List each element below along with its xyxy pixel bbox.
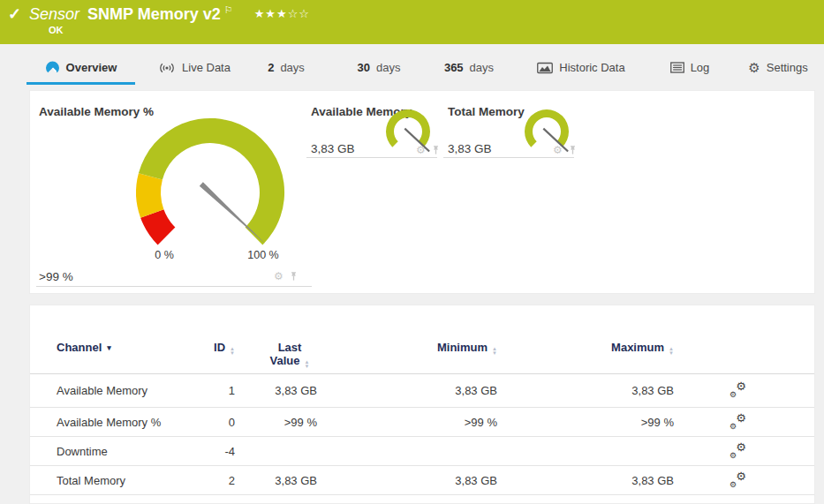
cell-channel[interactable]: Downtime xyxy=(57,445,207,458)
sensor-title: Sensor SNMP Memory v2 ⚐ ★★★☆☆ xyxy=(29,5,310,24)
tab-label: Settings xyxy=(767,61,808,74)
gauge-settings-icon[interactable]: ⚙ xyxy=(416,145,426,155)
tab-label: days xyxy=(376,61,400,74)
small-gauge-value: 3,83 GB xyxy=(311,142,355,155)
header-channel[interactable]: Channel▾ xyxy=(57,341,207,354)
tab-day-count: 2 xyxy=(268,61,274,74)
cell-minimum: >99 % xyxy=(317,416,497,429)
tab-label: Live Data xyxy=(182,61,231,74)
primary-gauge-title: Available Memory % xyxy=(39,105,154,118)
gauge-cell-actions: ⚙ xyxy=(274,271,299,282)
cell-maximum: 3,83 GB xyxy=(497,474,674,487)
header-id[interactable]: ID▲▼ xyxy=(207,341,235,356)
tab-label: days xyxy=(470,61,494,74)
header-minimum[interactable]: Minimum▲▼ xyxy=(317,341,497,356)
pin-icon[interactable] xyxy=(568,145,578,155)
tab-365-days[interactable]: 365 days xyxy=(431,53,507,82)
tab-day-count: 365 xyxy=(444,61,464,74)
tab-log[interactable]: Log xyxy=(662,53,717,82)
pin-icon[interactable] xyxy=(289,271,299,282)
historic-chart-icon xyxy=(537,62,553,74)
channel-settings-icon[interactable]: ⚙⚙ xyxy=(729,383,748,398)
sort-icon[interactable]: ▲▼ xyxy=(305,360,310,369)
small-gauge-value: 3,83 GB xyxy=(448,142,492,155)
header-maximum[interactable]: Maximum▲▼ xyxy=(497,341,674,356)
status-badge: OK xyxy=(49,25,64,35)
cell-last-value: >99 % xyxy=(235,416,317,429)
sensor-status-banner: ✓ Sensor SNMP Memory v2 ⚐ ★★★☆☆ OK xyxy=(0,0,824,44)
cell-divider xyxy=(36,286,312,287)
pin-icon[interactable] xyxy=(431,145,441,155)
cell-minimum: 3,83 GB xyxy=(317,384,497,397)
gauge-settings-icon[interactable]: ⚙ xyxy=(553,145,563,155)
stars-empty: ☆☆ xyxy=(288,7,310,20)
table-row[interactable]: Available Memory % 0 >99 % >99 % >99 % ⚙… xyxy=(30,408,814,437)
cell-minimum: 3,83 GB xyxy=(317,474,497,487)
channel-settings-icon[interactable]: ⚙⚙ xyxy=(729,444,748,459)
tab-label: Overview xyxy=(66,61,117,74)
tab-settings[interactable]: ⚙ Settings xyxy=(744,53,813,82)
channel-table-panel: Channel▾ ID▲▼ Last Value▲▼ Minimum▲▼ Max… xyxy=(29,305,815,504)
live-data-icon xyxy=(158,62,176,74)
cell-id: 2 xyxy=(207,474,235,487)
flag-icon[interactable]: ⚐ xyxy=(224,4,233,16)
tab-label: days xyxy=(280,61,304,74)
tab-historic-data[interactable]: Historic Data xyxy=(532,53,631,82)
status-ok-check-icon: ✓ xyxy=(8,4,21,24)
gauge-icon xyxy=(45,61,60,75)
stars-filled: ★★★ xyxy=(254,7,288,20)
tab-30-days[interactable]: 30 days xyxy=(344,53,413,82)
sort-icon[interactable]: ▲▼ xyxy=(669,347,674,356)
sort-desc-icon: ▾ xyxy=(107,343,111,352)
tab-live-data[interactable]: Live Data xyxy=(152,53,237,82)
cell-last-value: 3,83 GB xyxy=(235,474,317,487)
primary-gauge-value: >99 % xyxy=(39,270,73,283)
channel-table-header: Channel▾ ID▲▼ Last Value▲▼ Minimum▲▼ Max… xyxy=(30,305,814,374)
cell-id: 1 xyxy=(207,384,235,397)
cell-last-value: 3,83 GB xyxy=(235,384,317,397)
channel-settings-icon[interactable]: ⚙⚙ xyxy=(729,473,748,488)
tab-label: Log xyxy=(691,61,710,74)
cell-channel[interactable]: Available Memory % xyxy=(57,416,207,429)
gauge-cell-actions: ⚙ xyxy=(553,145,578,155)
object-kind-label: Sensor xyxy=(29,5,79,24)
table-row[interactable]: Total Memory 2 3,83 GB 3,83 GB 3,83 GB ⚙… xyxy=(30,466,814,495)
gauge-scale-min: 0 % xyxy=(155,249,174,261)
settings-gear-icon: ⚙ xyxy=(748,61,760,74)
small-gauge-title: Total Memory xyxy=(448,105,525,118)
primary-gauge: 0 % 100 % xyxy=(131,117,290,266)
cell-id: -4 xyxy=(207,445,235,458)
cell-divider xyxy=(443,157,574,158)
cell-maximum: >99 % xyxy=(497,416,674,429)
tab-overview[interactable]: Overview xyxy=(26,53,135,85)
cell-channel[interactable]: Available Memory xyxy=(57,384,207,397)
tab-day-count: 30 xyxy=(358,61,370,74)
gauge-scale-max: 100 % xyxy=(247,249,278,261)
sensor-tab-bar: Overview Live Data 2 days 30 days 365 da… xyxy=(0,53,824,85)
log-list-icon xyxy=(670,62,684,73)
tab-2-days[interactable]: 2 days xyxy=(254,53,318,82)
table-row[interactable]: Available Memory 1 3,83 GB 3,83 GB 3,83 … xyxy=(30,374,814,408)
cell-channel[interactable]: Total Memory xyxy=(57,474,207,487)
header-last-value[interactable]: Last Value▲▼ xyxy=(235,341,317,369)
priority-stars[interactable]: ★★★☆☆ xyxy=(254,7,310,20)
cell-divider xyxy=(306,157,437,158)
cell-id: 0 xyxy=(207,416,235,429)
sensor-name: SNMP Memory v2 xyxy=(87,5,221,24)
table-row[interactable]: Downtime -4 ⚙⚙ xyxy=(30,437,814,466)
gauge-cell-actions: ⚙ xyxy=(416,145,441,155)
channel-settings-icon[interactable]: ⚙⚙ xyxy=(729,415,748,430)
overview-gauges-panel: Available Memory % 0 % 100 % >99 % ⚙ Ava… xyxy=(29,90,815,294)
tab-label: Historic Data xyxy=(559,61,624,74)
gauge-settings-icon[interactable]: ⚙ xyxy=(274,271,283,282)
cell-maximum: 3,83 GB xyxy=(497,384,674,397)
